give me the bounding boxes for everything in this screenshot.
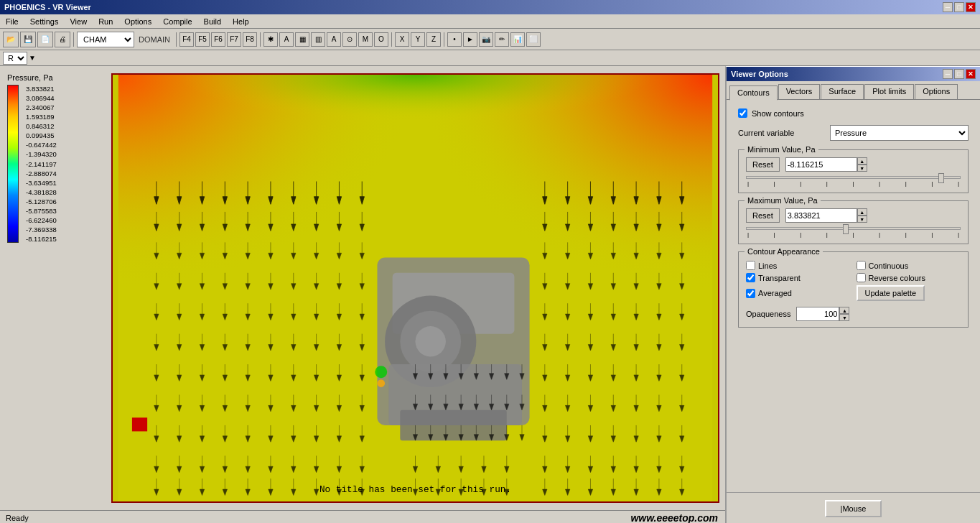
- misc-btn4[interactable]: ▥: [311, 32, 325, 47]
- sep1: [73, 32, 74, 47]
- misc-btn7[interactable]: M: [358, 32, 373, 47]
- max-spin-down[interactable]: ▼: [857, 216, 867, 223]
- scale-val-6: -0.647442: [26, 141, 57, 149]
- lines-item: Lines: [746, 261, 851, 270]
- tab-plot-limits[interactable]: Plot limits: [864, 84, 914, 99]
- f8-button[interactable]: F8: [243, 32, 257, 47]
- menu-view[interactable]: View: [67, 17, 90, 27]
- menu-compile[interactable]: Compile: [160, 17, 195, 27]
- toolbar-btn-open[interactable]: 💾: [20, 32, 36, 47]
- max-spin-up[interactable]: ▲: [857, 208, 867, 216]
- opaqueness-input[interactable]: [796, 307, 839, 321]
- misc-btn2[interactable]: A: [279, 32, 294, 47]
- toolbar-btn-new[interactable]: 📂: [3, 32, 19, 47]
- minimize-button[interactable]: ─: [943, 2, 953, 12]
- opaqueness-row: Opaqueness ▲ ▼: [746, 307, 961, 321]
- toolbar-btn-print[interactable]: 🖨: [55, 32, 70, 47]
- f4-button[interactable]: F4: [179, 32, 194, 47]
- min-slider-thumb[interactable]: [938, 173, 944, 183]
- pencil-btn[interactable]: ✏: [495, 32, 509, 47]
- max-value-input[interactable]: [785, 208, 857, 223]
- opaqueness-label: Opaqueness: [746, 310, 790, 318]
- min-reset-btn[interactable]: Reset: [746, 157, 780, 172]
- f5-button[interactable]: F5: [195, 32, 210, 47]
- chart-btn[interactable]: 📊: [510, 32, 525, 47]
- lines-checkbox[interactable]: [746, 261, 755, 270]
- misc-btn1[interactable]: ✱: [263, 32, 278, 47]
- transparent-checkbox[interactable]: [746, 273, 755, 282]
- svg-point-9: [416, 326, 446, 356]
- min-slider-container: |||||||||: [746, 176, 961, 187]
- app-title: PHOENICS - VR Viewer: [4, 3, 91, 11]
- svg-rect-3: [118, 75, 712, 189]
- tab-contours[interactable]: Contours: [729, 85, 778, 101]
- min-spin-up[interactable]: ▲: [857, 157, 867, 165]
- sep3: [260, 32, 261, 47]
- z-btn[interactable]: Z: [426, 32, 441, 47]
- opaqueness-spinbox: ▲ ▼: [796, 307, 849, 321]
- current-variable-dropdown[interactable]: Pressure: [830, 125, 969, 141]
- viz-panel: Pressure, Pa 3.833821 3.086944 2.340067 …: [0, 66, 725, 523]
- vo-minimize-btn[interactable]: ─: [943, 69, 953, 79]
- menu-options[interactable]: Options: [121, 17, 154, 27]
- max-slider-ticks: |||||||||: [746, 231, 961, 238]
- toolbar-btn-save[interactable]: 📄: [37, 32, 53, 47]
- svg-rect-4: [132, 417, 147, 431]
- vo-maximize-btn[interactable]: □: [954, 69, 964, 79]
- scale-val-0: 3.833821: [26, 85, 57, 93]
- r-dropdown[interactable]: R: [3, 52, 27, 65]
- scale-val-1: 3.086944: [26, 94, 57, 102]
- menu-settings[interactable]: Settings: [27, 17, 62, 27]
- menu-file[interactable]: File: [3, 17, 22, 27]
- reverse-colours-item: Reverse colours: [857, 273, 961, 282]
- f7-button[interactable]: F7: [227, 32, 241, 47]
- max-reset-btn[interactable]: Reset: [746, 208, 780, 223]
- cham-dropdown[interactable]: CHAM: [77, 32, 134, 47]
- averaged-checkbox[interactable]: [746, 289, 755, 298]
- camera-btn[interactable]: 📷: [479, 32, 493, 47]
- mouse-button[interactable]: |Mouse: [825, 500, 882, 517]
- opaqueness-spin-down[interactable]: ▼: [839, 314, 849, 321]
- menu-build[interactable]: Build: [201, 17, 224, 27]
- scale-val-8: -2.141197: [26, 160, 57, 168]
- update-palette-button[interactable]: Update palette: [857, 285, 925, 301]
- svg-point-454: [375, 366, 387, 378]
- vo-close-btn[interactable]: ✕: [966, 69, 976, 79]
- max-slider-thumb[interactable]: [843, 224, 849, 234]
- scale-val-13: -5.875583: [26, 207, 57, 215]
- opaqueness-spin-up[interactable]: ▲: [839, 307, 849, 314]
- show-contours-checkbox[interactable]: [738, 108, 747, 118]
- tab-vectors[interactable]: Vectors: [778, 84, 821, 99]
- scale-val-12: -5.128706: [26, 198, 57, 205]
- tab-surface[interactable]: Surface: [821, 84, 864, 99]
- menu-run[interactable]: Run: [95, 17, 116, 27]
- continuous-checkbox[interactable]: [857, 261, 866, 270]
- fullscreen-btn[interactable]: ⬜: [526, 32, 541, 47]
- tab-options[interactable]: Options: [915, 84, 958, 99]
- min-value-input[interactable]: [785, 157, 857, 172]
- misc-btn5[interactable]: A: [327, 32, 341, 47]
- min-value-title: Minimum Value, Pa: [745, 145, 818, 154]
- domain-label: DOMAIN: [136, 35, 173, 44]
- misc-btn8[interactable]: O: [374, 32, 388, 47]
- transparent-label: Transparent: [758, 274, 801, 282]
- toolbar: 📂 💾 📄 🖨 CHAM DOMAIN F4 F5 F6 F7 F8 ✱ A ▦…: [0, 29, 980, 50]
- app-titlebar: PHOENICS - VR Viewer ─ □ ✕: [0, 0, 980, 14]
- averaged-item: Averaged: [746, 285, 851, 301]
- min-value-group: Minimum Value, Pa Reset ▲ ▼: [738, 149, 969, 193]
- viewport[interactable]: No title has been set for this run.: [111, 73, 719, 503]
- misc-btn3[interactable]: ▦: [295, 32, 309, 47]
- misc-btn6[interactable]: ⊙: [342, 32, 357, 47]
- arrow-right-btn[interactable]: ►: [463, 32, 477, 47]
- close-button[interactable]: ✕: [966, 2, 976, 12]
- min-spin-down[interactable]: ▼: [857, 165, 867, 172]
- y-btn[interactable]: Y: [411, 32, 425, 47]
- vo-title: Viewer Options: [731, 70, 788, 78]
- menu-help[interactable]: Help: [230, 17, 252, 27]
- maximize-button[interactable]: □: [954, 2, 964, 12]
- statusbar: Ready www.eeeetop.com: [0, 510, 725, 523]
- f6-button[interactable]: F6: [211, 32, 225, 47]
- reverse-colours-checkbox[interactable]: [857, 273, 866, 282]
- x-btn[interactable]: X: [395, 32, 409, 47]
- dot-btn[interactable]: •: [447, 32, 462, 47]
